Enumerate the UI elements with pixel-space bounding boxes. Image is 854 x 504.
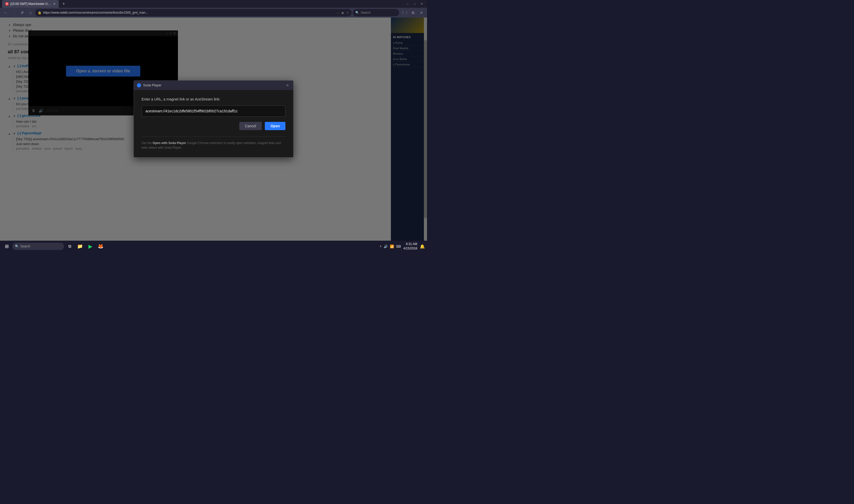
synced-tabs-icon[interactable]: ⧉ — [409, 9, 417, 16]
nav-extra: ⋮⋮ ⧉ ≡ — [401, 9, 425, 16]
soda-close-button[interactable]: ✕ — [285, 83, 290, 88]
system-tray-icons: ∧ 🔊 📶 ⌨ — [380, 245, 401, 248]
home-button[interactable]: ⌂ — [27, 9, 34, 16]
soda-title-text: Soda Player — [143, 83, 283, 87]
window-minimize-btn[interactable]: ─ — [404, 2, 411, 6]
address-url: https://www.reddit.com/r/soccerstreams/c… — [43, 11, 333, 14]
task-view-icon: ⧉ — [68, 244, 71, 249]
window-maximize-btn[interactable]: □ — [412, 2, 418, 6]
lock-icon: 🔒 — [38, 11, 41, 14]
firefox-icon: 🦊 — [98, 244, 103, 249]
search-icon: 🔍 — [355, 11, 359, 14]
reddit-page: Always spe Please do o Do not ask 87 com… — [0, 18, 427, 241]
soda-body: Enter a URL, a magnet link or an AceStre… — [134, 90, 293, 157]
forward-button[interactable]: → — [10, 9, 18, 16]
more-icon[interactable]: ··· — [336, 11, 339, 15]
firefox-taskbar-btn[interactable]: 🦊 — [96, 242, 105, 251]
refresh-button[interactable]: ↺ — [19, 9, 26, 16]
taskbar: ⊞ 🔍 Search ⧉ 📁 ▶ 🦊 ∧ 🔊 📶 ⌨ 9:31 AM — [0, 241, 427, 252]
back-button[interactable]: ← — [2, 9, 9, 16]
soda-dialog: Soda Player ✕ Enter a URL, a magnet link… — [134, 80, 293, 158]
tab-title: [15:00 GMT] Manchester Unite... — [10, 2, 52, 6]
bookmark-icon[interactable]: ☆ — [346, 11, 349, 15]
title-bar: R [15:00 GMT] Manchester Unite... ✕ + ─ … — [0, 0, 427, 8]
tab-close-btn[interactable]: ✕ — [53, 2, 56, 6]
volume-tray-icon[interactable]: 🔊 — [384, 245, 388, 248]
browser-content: Always spe Please do o Do not ask 87 com… — [0, 18, 427, 241]
start-button[interactable]: ⊞ — [2, 242, 11, 251]
search-placeholder: Search — [361, 11, 370, 14]
clock-date: 4/15/2018 — [403, 246, 417, 251]
browser-chrome: R [15:00 GMT] Manchester Unite... ✕ + ─ … — [0, 0, 427, 252]
tray-expand-icon[interactable]: ∧ — [380, 245, 382, 248]
soda-footer: Get the Open with Soda Player Google Chr… — [142, 136, 285, 150]
active-tab[interactable]: R [15:00 GMT] Manchester Unite... ✕ — [2, 0, 59, 8]
soda-title-bar: Soda Player ✕ — [134, 80, 293, 90]
taskbar-right: ∧ 🔊 📶 ⌨ 9:31 AM 4/15/2018 🔔 — [380, 242, 425, 251]
soda-open-button[interactable]: Open — [265, 122, 285, 130]
bookmarks-icon[interactable]: ⋮⋮ — [401, 9, 408, 16]
nav-bar: ← → ↺ ⌂ 🔒 https://www.reddit.com/r/socce… — [0, 8, 427, 18]
taskbar-search-placeholder: Search — [20, 245, 30, 248]
soda-favicon — [137, 83, 141, 87]
task-view-button[interactable]: ⧉ — [65, 242, 74, 251]
tab-favicon: R — [5, 2, 9, 6]
windows-icon: ⊞ — [5, 244, 9, 249]
soda-footer-link[interactable]: Open with Soda Player — [153, 141, 186, 145]
file-explorer-icon: 📁 — [77, 244, 83, 249]
window-close-btn[interactable]: ✕ — [419, 2, 425, 6]
file-explorer-button[interactable]: 📁 — [75, 242, 85, 251]
soda-footer-pre: Get the — [142, 141, 153, 145]
clock-time: 9:31 AM — [403, 242, 417, 246]
media-taskbar-icon: ▶ — [88, 243, 92, 249]
soda-buttons: Cancel Open — [142, 122, 285, 130]
notification-button[interactable]: 🔔 — [420, 244, 425, 249]
new-tab-button[interactable]: + — [60, 0, 68, 8]
taskbar-search-icon: 🔍 — [15, 245, 19, 248]
soda-cancel-button[interactable]: Cancel — [239, 122, 262, 130]
keyboard-tray-icon[interactable]: ⌨ — [396, 245, 401, 248]
pocket-icon[interactable]: ◈ — [342, 11, 344, 15]
soda-prompt-label: Enter a URL, a magnet link or an AceStre… — [142, 97, 285, 101]
address-icons: ··· ◈ ☆ — [336, 11, 349, 15]
soda-url-input[interactable] — [142, 105, 285, 117]
taskbar-search-bar[interactable]: 🔍 Search — [12, 243, 64, 250]
search-bar[interactable]: 🔍 Search — [353, 9, 399, 16]
taskbar-clock[interactable]: 9:31 AM 4/15/2018 — [403, 242, 417, 251]
media-player-taskbar-btn[interactable]: ▶ — [86, 242, 95, 251]
dialog-overlay: Soda Player ✕ Enter a URL, a magnet link… — [0, 18, 427, 241]
address-bar[interactable]: 🔒 https://www.reddit.com/r/soccerstreams… — [35, 9, 352, 16]
menu-button[interactable]: ≡ — [418, 9, 425, 16]
network-tray-icon[interactable]: 📶 — [390, 245, 394, 248]
